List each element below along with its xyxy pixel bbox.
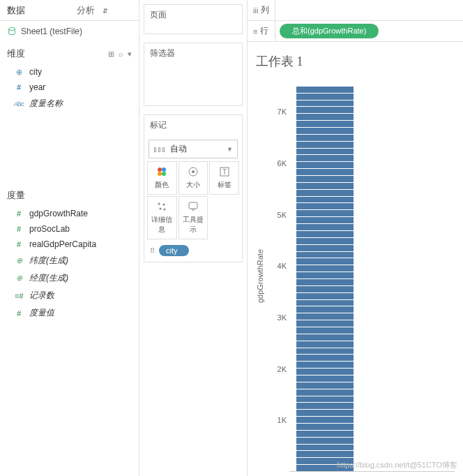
bar-segment[interactable] — [296, 175, 354, 182]
bar-segment[interactable] — [296, 375, 354, 382]
bar-segment[interactable] — [296, 189, 354, 196]
bar-segment[interactable] — [296, 209, 354, 216]
bar-segment[interactable] — [296, 106, 354, 113]
marks-card: 标记 ⫾⫾⫾ 自动 ▼ 颜色 大小 — [144, 114, 243, 262]
bar-segment[interactable] — [296, 450, 354, 457]
bar-segment[interactable] — [296, 100, 354, 107]
filters-card: 筛选器 — [144, 43, 243, 106]
bar-segment[interactable] — [296, 341, 354, 348]
measure-field[interactable]: #proSocLab — [0, 221, 139, 237]
measure-field[interactable]: ⊕经度(生成) — [0, 269, 139, 287]
bar-segment[interactable] — [296, 148, 354, 155]
bar-segment[interactable] — [296, 416, 354, 423]
bar-segment[interactable] — [296, 120, 354, 127]
bar-segment[interactable] — [296, 430, 354, 437]
rows-shelf[interactable]: ≡行 总和(gdpGrowthRate) — [248, 21, 463, 42]
bar-segment[interactable] — [296, 368, 354, 375]
bar-segment[interactable] — [296, 168, 354, 175]
bar-segment[interactable] — [296, 244, 354, 251]
bar-segment[interactable] — [296, 402, 354, 409]
bar-segment[interactable] — [296, 113, 354, 120]
bar-segment[interactable] — [296, 251, 354, 258]
dimension-field[interactable]: Abc度量名称 — [0, 95, 139, 112]
bar-segment[interactable] — [296, 230, 354, 237]
columns-icon: iii — [253, 6, 258, 15]
datasource-item[interactable]: Sheet1 (testFile) — [0, 21, 139, 42]
bar-segment[interactable] — [296, 285, 354, 292]
bar-segment[interactable] — [296, 258, 354, 265]
measures-header: 度量 — [0, 184, 139, 204]
bar-segment[interactable] — [296, 361, 354, 368]
svg-point-9 — [158, 203, 160, 205]
tab-analysis[interactable]: 分析 ⇵ — [70, 0, 139, 20]
svg-rect-13 — [189, 202, 197, 209]
detail-icon: ⠿ — [150, 247, 155, 255]
bar-segment[interactable] — [296, 334, 354, 341]
bar-segment[interactable] — [296, 354, 354, 361]
bar-segment[interactable] — [296, 382, 354, 389]
bar-segment[interactable] — [296, 141, 354, 148]
tab-data[interactable]: 数据 — [0, 0, 70, 20]
bar-segment[interactable] — [296, 409, 354, 416]
bar-segment[interactable] — [296, 292, 354, 299]
bar-segment[interactable] — [296, 320, 354, 327]
bar-segment[interactable] — [296, 278, 354, 285]
bar-segment[interactable] — [296, 93, 354, 100]
measure-field[interactable]: #gdpGrowthRate — [0, 206, 139, 221]
bar-segment[interactable] — [296, 223, 354, 230]
bar-segment[interactable] — [296, 216, 354, 223]
bar-segment[interactable] — [296, 437, 354, 444]
datasource-icon — [7, 27, 17, 36]
marks-color-pill[interactable]: ⠿ city — [147, 242, 239, 259]
bar-segment[interactable] — [296, 423, 354, 430]
bar-segment[interactable] — [296, 348, 354, 355]
sheet-title: 工作表 1 — [256, 53, 455, 70]
svg-point-1 — [158, 168, 162, 172]
bar-segment[interactable] — [296, 127, 354, 134]
bar-segment[interactable] — [296, 202, 354, 209]
measure-field[interactable]: ⊕纬度(生成) — [0, 252, 139, 269]
rows-pill[interactable]: 总和(gdpGrowthRate) — [280, 24, 379, 38]
bar-segment[interactable] — [296, 327, 354, 334]
mark-tooltip-button[interactable]: 工具提示 — [179, 196, 208, 239]
bar-segment[interactable] — [296, 154, 354, 161]
measure-field[interactable]: #realGdpPerCapita — [0, 237, 139, 252]
bar-segment[interactable] — [296, 306, 354, 313]
menu-icon[interactable]: ▾ — [128, 50, 132, 59]
measure-field[interactable]: #度量值 — [0, 304, 139, 322]
bar-segment[interactable] — [296, 396, 354, 403]
rows-icon: ≡ — [253, 27, 257, 36]
pages-card: 页面 — [144, 4, 243, 34]
bar-segment[interactable] — [296, 86, 354, 93]
bar-segment[interactable] — [296, 389, 354, 396]
dimension-field[interactable]: #year — [0, 80, 139, 95]
watermark-text: https://blog.csdn.net/t@51CTO博客 — [337, 460, 457, 470]
bar-segment[interactable] — [296, 161, 354, 168]
svg-text:T: T — [222, 168, 227, 176]
bar-segment[interactable] — [296, 237, 354, 244]
bar-segment[interactable] — [296, 134, 354, 141]
dimension-field[interactable]: ⊕city — [0, 64, 139, 80]
view-icon[interactable]: ⊞ — [108, 50, 114, 59]
stacked-bar[interactable] — [296, 85, 354, 471]
bar-segment[interactable] — [296, 272, 354, 278]
svg-point-0 — [9, 28, 15, 31]
bar-segment[interactable] — [296, 196, 354, 203]
y-tick: 6K — [278, 159, 287, 168]
mark-size-button[interactable]: 大小 — [179, 161, 208, 195]
mark-color-button[interactable]: 颜色 — [147, 161, 177, 195]
columns-shelf[interactable]: iii列 — [248, 0, 463, 21]
svg-point-4 — [162, 172, 166, 176]
bar-segment[interactable] — [296, 265, 354, 272]
search-icon[interactable]: ⌕ — [119, 50, 123, 59]
bar-segment[interactable] — [296, 299, 354, 306]
mark-detail-button[interactable]: 详细信息 — [147, 196, 177, 239]
mark-label-button[interactable]: T 标签 — [209, 161, 239, 195]
bar-segment[interactable] — [296, 444, 354, 451]
y-tick: 3K — [278, 313, 287, 322]
measure-field[interactable]: =#记录数 — [0, 287, 139, 304]
bar-segment[interactable] — [296, 313, 354, 320]
mark-type-select[interactable]: ⫾⫾⫾ 自动 ▼ — [149, 140, 238, 158]
svg-point-11 — [160, 208, 162, 210]
bar-segment[interactable] — [296, 182, 354, 189]
